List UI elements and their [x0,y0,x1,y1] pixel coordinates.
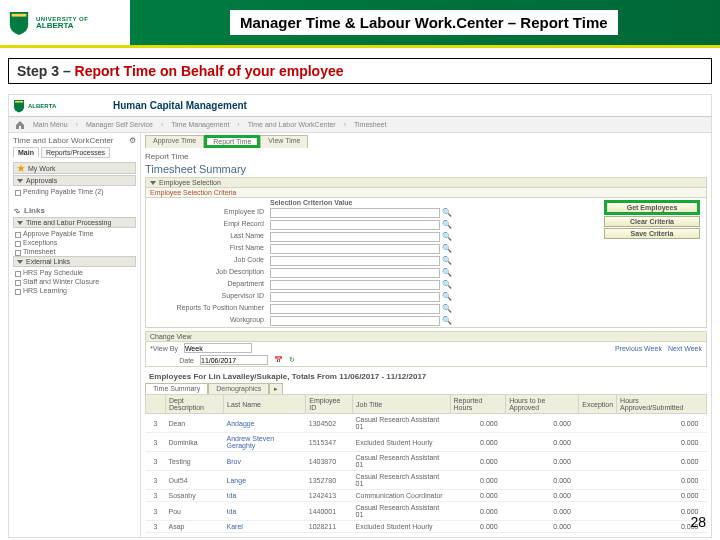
th-reported-hours[interactable]: Reported Hours [450,395,506,414]
date-input[interactable] [200,355,268,365]
logo-text: UNIVERSITY OF ALBERTA [36,16,88,30]
field-supervisor-id: Supervisor ID🔍 [146,291,706,303]
logo-name: ALBERTA [36,22,88,30]
logo-box: UNIVERSITY OF ALBERTA [0,6,130,40]
table-row[interactable]: 3SosanbyIda1242413Communication Coordina… [146,490,707,502]
bc-1[interactable]: Manager Self Service [86,121,153,128]
lookup-icon[interactable]: 🔍 [442,292,452,302]
supervisor-id-input[interactable] [270,292,440,302]
mywork-header[interactable]: My Work [13,162,136,174]
workgroup-input[interactable] [270,316,440,326]
emp-sel-header[interactable]: Employee Selection [146,178,706,188]
tab-report-time[interactable]: Report Time [204,135,260,148]
th-last-name[interactable]: Last Name [224,395,306,414]
bc-0[interactable]: Main Menu [33,121,68,128]
next-week-link[interactable]: Next Week [668,345,702,352]
step-bar: Step 3 – Report Time on Behalf of your e… [8,58,712,84]
employee-id-input[interactable] [270,208,440,218]
svg-rect-1 [15,101,23,103]
tab-view-time[interactable]: View Time [260,135,308,148]
links-label: Links [24,206,45,215]
workcenter-title: Time and Labor WorkCenter ⚙ [13,136,136,145]
bc-2[interactable]: Time Management [171,121,229,128]
pending-payable-time[interactable]: Pending Payable Time (2) [13,187,136,196]
tab-expand-icon[interactable]: ▸ [269,383,283,394]
lnk-winter-closure[interactable]: Staff and Winter Closure [13,277,136,286]
lnk-timesheet[interactable]: Timesheet [13,247,136,256]
th-hours-approved[interactable]: Hours to be Approved [506,395,579,414]
tab-main[interactable]: Main [13,147,39,158]
table-row[interactable]: 3DominikaAndrew Steven Geraghty1515347Ex… [146,433,707,452]
lookup-icon[interactable]: 🔍 [442,220,452,230]
th-blank [146,395,166,414]
employees-totals-header: Employees For Lin Lavalley/Sukaple, Tota… [145,370,707,383]
table-row[interactable]: 3TestingBrov1403870Casual Research Assis… [146,452,707,471]
table-row[interactable]: 3PouIda1440001Casual Research Assistant … [146,502,707,521]
table-tabs: Time Summary Demographics ▸ [145,383,707,394]
mini-logo: ALBERTA [13,97,93,115]
lnk-approve-payable[interactable]: Approve Payable Time [13,229,136,238]
approvals-header[interactable]: Approvals [13,175,136,186]
workcenter-title-text: Time and Labor WorkCenter [13,136,114,145]
change-view-panel: Change View *View By Previous Week Next … [145,331,707,367]
shield-logo-icon [8,10,30,36]
hcm-title: Human Capital Management [113,100,247,111]
timesheet-summary-title: Timesheet Summary [145,163,707,175]
field-empl-record: Empl Record🔍 [146,219,706,231]
field-reports-to: Reports To Position Number🔍 [146,303,706,315]
table-row[interactable]: 3Out54Lange1352780Casual Research Assist… [146,471,707,490]
lookup-icon[interactable]: 🔍 [442,316,452,326]
step-label: Step 3 – [17,63,75,79]
mini-logo-label: ALBERTA [28,103,56,109]
mini-shield-icon [13,99,25,113]
empl-record-input[interactable] [270,220,440,230]
th-job-title[interactable]: Job Title [352,395,450,414]
table-row[interactable]: 3DeanAndagge1304502Casual Research Assis… [146,414,707,433]
table-row[interactable]: 3AsapKarel1028211Excluded Student Hourly… [146,521,707,533]
sec-external-links[interactable]: External Links [13,256,136,267]
links-header: Links [13,206,136,215]
calendar-icon[interactable]: 📅 [274,356,283,364]
reports-to-input[interactable] [270,304,440,314]
tab-demographics[interactable]: Demographics [208,383,269,394]
job-desc-input[interactable] [270,268,440,278]
gear-icon[interactable]: ⚙ [129,136,136,145]
lookup-icon[interactable]: 🔍 [442,232,452,242]
lookup-icon[interactable]: 🔍 [442,280,452,290]
job-code-input[interactable] [270,256,440,266]
previous-week-link[interactable]: Previous Week [615,345,662,352]
change-view-row: *View By Previous Week Next Week [146,342,706,354]
th-exception[interactable]: Exception [579,395,617,414]
th-dept[interactable]: Dept Description [166,395,224,414]
th-employee-id[interactable]: Employee ID [306,395,353,414]
sec-tl-processing[interactable]: Time and Labor Processing [13,217,136,228]
lnk-exceptions[interactable]: Exceptions [13,238,136,247]
viewby-select[interactable] [184,343,252,353]
bc-3[interactable]: Time and Labor WorkCenter [248,121,336,128]
tab-reports[interactable]: Reports/Processes [41,147,110,158]
lookup-icon[interactable]: 🔍 [442,244,452,254]
lookup-icon[interactable]: 🔍 [442,208,452,218]
main-tabs: Approve Time Report Time View Time [145,135,707,148]
lookup-icon[interactable]: 🔍 [442,256,452,266]
tab-approve-time[interactable]: Approve Time [145,135,204,148]
bc-4[interactable]: Timesheet [354,121,386,128]
lookup-icon[interactable]: 🔍 [442,304,452,314]
lnk-hrs-learning[interactable]: HRS Learning [13,286,136,295]
th-hours-submitted[interactable]: Hours Approved/Submitted [617,395,707,414]
step-red: Report Time on Behalf of your employee [75,63,344,79]
emp-sel-label: Employee Selection [159,179,221,186]
last-name-input[interactable] [270,232,440,242]
department-input[interactable] [270,280,440,290]
approvals-label: Approvals [26,177,57,184]
app-window: ALBERTA Human Capital Management Main Me… [8,94,712,538]
lnk-pay-schedule[interactable]: HRS Pay Schedule [13,268,136,277]
lookup-icon[interactable]: 🔍 [442,268,452,278]
refresh-icon[interactable]: ↻ [289,356,295,364]
field-employee-id: Employee ID🔍 [146,207,706,219]
home-icon[interactable] [15,120,25,130]
field-last-name: Last Name🔍 [146,231,706,243]
tab-time-summary[interactable]: Time Summary [145,383,208,394]
crit-header-row: Selection Criterion Value Get Employees … [146,198,706,207]
first-name-input[interactable] [270,244,440,254]
